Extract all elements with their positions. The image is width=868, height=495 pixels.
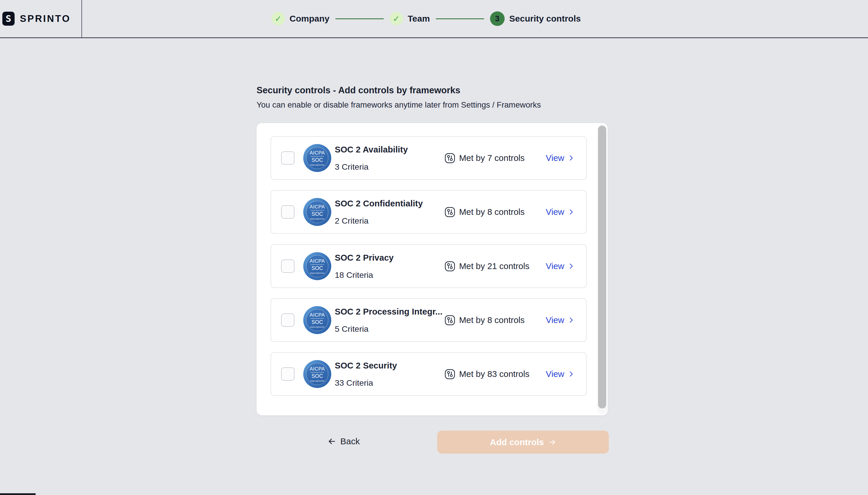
badge-org-text: AICPA	[310, 312, 325, 318]
met-by-controls-text: Met by 8 controls	[459, 207, 525, 217]
aicpa-soc-badge-inner: AICPA SOC aicpa.org/soc4so	[306, 147, 328, 169]
framework-criteria: 18 Criteria	[335, 270, 452, 280]
step-team-check-icon: ✓	[390, 12, 403, 25]
badge-url-text: aicpa.org/soc4so	[310, 326, 324, 328]
framework-checkbox[interactable]	[281, 259, 294, 273]
view-link-label: View	[546, 369, 564, 379]
controls-sliders-icon	[444, 207, 455, 218]
onboarding-stepper: ✓ Company ✓ Team 3 Security controls	[272, 0, 587, 37]
arrow-left-icon	[327, 437, 336, 446]
framework-row-confidentiality[interactable]: AICPA SOC aicpa.org/soc4so SOC 2 Confide…	[271, 190, 587, 234]
chevron-right-icon	[568, 154, 575, 161]
badge-type-text: SOC	[311, 157, 323, 163]
badge-url-text: aicpa.org/soc4so	[310, 272, 324, 274]
badge-divider	[311, 210, 324, 211]
met-by-controls-text: Met by 83 controls	[459, 369, 529, 379]
framework-name: SOC 2 Processing Integr...	[335, 307, 452, 317]
sprinto-logo-icon: S	[2, 12, 15, 25]
badge-divider	[311, 318, 324, 319]
page-title: Security controls - Add controls by fram…	[257, 85, 460, 96]
step-connector	[335, 18, 384, 19]
framework-checkbox[interactable]	[281, 367, 294, 381]
badge-type-text: SOC	[311, 319, 323, 325]
add-controls-button[interactable]: Add controls	[437, 430, 609, 454]
chevron-right-icon	[568, 317, 575, 324]
back-button-label: Back	[340, 437, 360, 446]
view-link-label: View	[546, 261, 564, 271]
view-link[interactable]: View	[546, 353, 575, 395]
aicpa-soc-badge: AICPA SOC aicpa.org/soc4so	[303, 306, 331, 334]
frameworks-panel: AICPA SOC aicpa.org/soc4so SOC 2 Availab…	[257, 123, 608, 415]
step-team-label: Team	[408, 14, 430, 23]
aicpa-soc-badge: AICPA SOC aicpa.org/soc4so	[303, 144, 331, 172]
framework-row-privacy[interactable]: AICPA SOC aicpa.org/soc4so SOC 2 Privacy…	[271, 244, 587, 288]
badge-divider	[311, 264, 324, 265]
framework-checkbox[interactable]	[281, 205, 294, 219]
view-link-label: View	[546, 153, 564, 163]
framework-criteria: 33 Criteria	[335, 378, 452, 388]
badge-url-text: aicpa.org/soc4so	[310, 380, 324, 382]
framework-name: SOC 2 Security	[335, 361, 452, 371]
step-security-number-badge: 3	[490, 11, 505, 26]
chevron-right-icon	[568, 208, 575, 216]
app-canvas: S SPRINTO ✓ Company ✓ Team 3 Security co…	[0, 0, 868, 495]
controls-sliders-icon	[444, 153, 455, 164]
framework-checkbox[interactable]	[281, 151, 294, 165]
view-link[interactable]: View	[546, 191, 575, 233]
badge-org-text: AICPA	[310, 258, 325, 264]
aicpa-soc-badge-inner: AICPA SOC aicpa.org/soc4so	[306, 255, 328, 277]
step-security-label: Security controls	[509, 14, 581, 23]
badge-url-text: aicpa.org/soc4so	[310, 164, 324, 166]
page-subtitle: You can enable or disable frameworks any…	[257, 100, 541, 109]
controls-sliders-icon	[444, 369, 455, 379]
framework-name: SOC 2 Privacy	[335, 253, 452, 263]
add-controls-label: Add controls	[490, 437, 544, 447]
badge-org-text: AICPA	[310, 204, 325, 210]
scrollbar-thumb[interactable]	[598, 126, 606, 408]
aicpa-soc-badge: AICPA SOC aicpa.org/soc4so	[303, 360, 331, 388]
step-company-label: Company	[290, 14, 329, 23]
badge-type-text: SOC	[311, 211, 323, 217]
framework-criteria: 2 Criteria	[335, 216, 452, 226]
bottom-corner-fragment	[0, 493, 36, 495]
framework-row-security[interactable]: AICPA SOC aicpa.org/soc4so SOC 2 Securit…	[271, 352, 587, 396]
framework-checkbox[interactable]	[281, 313, 294, 327]
view-link-label: View	[546, 207, 564, 217]
brand-name: SPRINTO	[20, 13, 71, 24]
framework-criteria: 5 Criteria	[335, 324, 452, 334]
aicpa-soc-badge-inner: AICPA SOC aicpa.org/soc4so	[306, 363, 328, 385]
framework-row-availability[interactable]: AICPA SOC aicpa.org/soc4so SOC 2 Availab…	[271, 136, 587, 180]
chevron-right-icon	[568, 263, 575, 270]
badge-org-text: AICPA	[310, 366, 325, 372]
view-link-label: View	[546, 315, 564, 325]
met-by-controls-text: Met by 21 controls	[459, 261, 529, 271]
controls-sliders-icon	[444, 315, 455, 326]
view-link[interactable]: View	[546, 137, 575, 179]
aicpa-soc-badge: AICPA SOC aicpa.org/soc4so	[303, 252, 331, 280]
badge-divider	[311, 156, 324, 157]
aicpa-soc-badge: AICPA SOC aicpa.org/soc4so	[303, 198, 331, 226]
step-company-check-icon: ✓	[272, 12, 285, 25]
met-by-controls-text: Met by 7 controls	[459, 153, 525, 163]
controls-sliders-icon	[444, 261, 455, 272]
view-link[interactable]: View	[546, 299, 575, 341]
badge-divider	[311, 372, 324, 373]
badge-type-text: SOC	[311, 265, 323, 271]
framework-name: SOC 2 Confidentiality	[335, 199, 452, 208]
framework-name: SOC 2 Availability	[335, 144, 452, 154]
brand-logo[interactable]: S SPRINTO	[0, 0, 82, 37]
aicpa-soc-badge-inner: AICPA SOC aicpa.org/soc4so	[306, 201, 328, 223]
back-button[interactable]: Back	[327, 437, 360, 446]
badge-url-text: aicpa.org/soc4so	[310, 218, 324, 220]
aicpa-soc-badge-inner: AICPA SOC aicpa.org/soc4so	[306, 309, 328, 331]
chevron-right-icon	[568, 371, 575, 377]
badge-type-text: SOC	[311, 373, 323, 379]
view-link[interactable]: View	[546, 245, 575, 287]
badge-org-text: AICPA	[310, 150, 325, 156]
met-by-controls-text: Met by 8 controls	[459, 315, 525, 325]
scrollbar-track[interactable]	[597, 124, 607, 414]
step-connector	[436, 18, 484, 19]
arrow-right-icon	[548, 438, 556, 446]
framework-row-processing-integrity[interactable]: AICPA SOC aicpa.org/soc4so SOC 2 Process…	[271, 298, 587, 342]
framework-criteria: 3 Criteria	[335, 162, 452, 172]
